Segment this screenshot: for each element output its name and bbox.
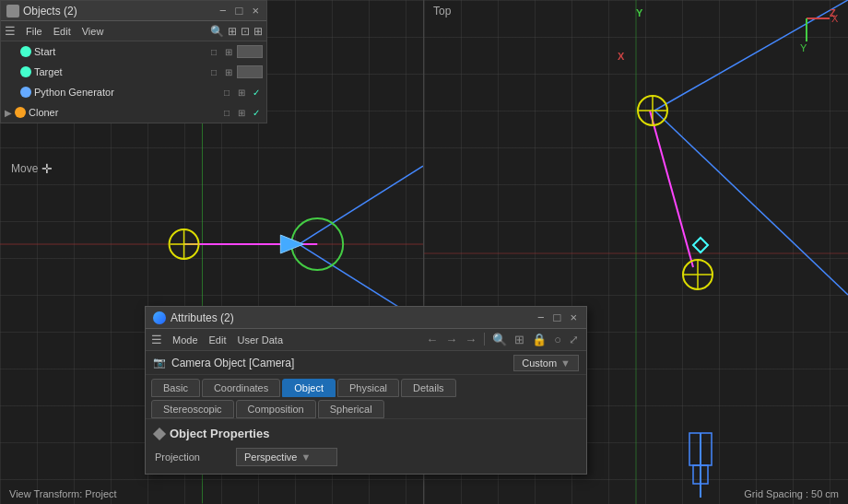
attr-tabs-row2: Stereoscopic Composition Spherical bbox=[146, 397, 586, 419]
projection-row: Projection Perspective ▼ bbox=[155, 448, 577, 466]
attr-obj-name: Camera Object [Camera] bbox=[171, 357, 294, 369]
objects-expand-icon[interactable]: ⊡ bbox=[241, 25, 250, 38]
obj-row-python-generator[interactable]: Python Generator □ ⊞ ✓ bbox=[1, 82, 266, 102]
move-label: Move ✛ bbox=[11, 161, 53, 176]
attr-maximize-btn[interactable]: □ bbox=[552, 311, 563, 324]
attr-tabs-row1: Basic Coordinates Object Physical Detail… bbox=[146, 375, 586, 397]
z-axis-label-right: Z bbox=[830, 7, 836, 18]
attr-object-row: 📷 Camera Object [Camera] Custom ▼ bbox=[146, 351, 586, 375]
projection-dropdown[interactable]: Perspective ▼ bbox=[236, 448, 337, 466]
obj-icon-cl-2: ⊞ bbox=[235, 106, 248, 119]
attr-tab-physical[interactable]: Physical bbox=[337, 379, 399, 397]
objects-menu-file[interactable]: File bbox=[21, 25, 47, 38]
attr-menu-edit[interactable]: Edit bbox=[205, 334, 231, 346]
attr-tab-composition[interactable]: Composition bbox=[236, 400, 316, 418]
objects-search-icon[interactable]: 🔍 bbox=[210, 25, 224, 38]
obj-dot-start bbox=[20, 46, 31, 57]
obj-check-pg: ✓ bbox=[250, 86, 263, 99]
x-axis-label: X bbox=[618, 51, 624, 62]
attr-expand-icon[interactable]: ⤢ bbox=[567, 333, 581, 346]
objects-list: Start □ ⊞ Target □ ⊞ Python Generator bbox=[1, 41, 266, 123]
obj-dot-python-generator bbox=[20, 87, 31, 98]
obj-dot-target bbox=[20, 66, 31, 77]
obj-icon-pg-2: ⊞ bbox=[235, 86, 248, 99]
vp-top-label: Top bbox=[433, 5, 451, 18]
attr-content: Object Properties Projection Perspective… bbox=[146, 419, 586, 474]
obj-row-target[interactable]: Target □ ⊞ bbox=[1, 62, 266, 82]
objects-panel-icon bbox=[6, 5, 19, 18]
attr-tab-spherical[interactable]: Spherical bbox=[318, 400, 384, 418]
objects-menu-hamburger[interactable]: ☰ bbox=[5, 24, 16, 38]
objects-panel-title: Objects (2) bbox=[23, 5, 77, 18]
obj-swatch-start[interactable] bbox=[237, 45, 263, 58]
objects-menu-edit[interactable]: Edit bbox=[49, 25, 76, 38]
obj-props-title-text: Object Properties bbox=[170, 427, 269, 440]
attr-forward2-icon[interactable]: → bbox=[463, 333, 478, 346]
objects-menu-view[interactable]: View bbox=[77, 25, 109, 38]
bottom-status-left: View Transform: Project bbox=[9, 488, 117, 499]
objects-menubar: ☰ File Edit View 🔍 ⊞ ⊡ ⊞ bbox=[1, 21, 266, 41]
attr-search-icon[interactable]: 🔍 bbox=[490, 333, 509, 346]
attr-custom-label: Custom bbox=[522, 357, 557, 369]
attr-custom-dropdown[interactable]: Custom ▼ bbox=[513, 355, 579, 371]
attr-sep-1 bbox=[484, 333, 485, 346]
attributes-panel: Attributes (2) − □ × ☰ Mode Edit User Da… bbox=[145, 306, 587, 475]
attr-tab-basic[interactable]: Basic bbox=[151, 379, 200, 397]
obj-name-cloner: Cloner bbox=[29, 107, 218, 118]
projection-label: Projection bbox=[155, 451, 229, 463]
attr-back-icon[interactable]: ← bbox=[424, 333, 440, 346]
objects-titlebar: Objects (2) − □ × bbox=[1, 1, 266, 21]
obj-icon-pg-1: □ bbox=[220, 86, 233, 99]
attr-tab-object[interactable]: Object bbox=[282, 379, 336, 397]
obj-name-start: Start bbox=[34, 46, 205, 57]
attr-menu-hamburger[interactable]: ☰ bbox=[151, 333, 162, 346]
objects-settings-icon[interactable]: ⊞ bbox=[253, 25, 263, 38]
attr-menu-userdata[interactable]: User Data bbox=[233, 334, 289, 346]
attr-tab-stereoscopic[interactable]: Stereoscopic bbox=[151, 400, 234, 418]
objects-maximize-btn[interactable]: □ bbox=[234, 4, 245, 18]
cloner-expand-arrow[interactable]: ▶ bbox=[5, 108, 12, 118]
obj-icon-start-2: ⊞ bbox=[222, 45, 235, 58]
objects-panel: Objects (2) − □ × ☰ File Edit View 🔍 ⊞ ⊡… bbox=[0, 0, 267, 123]
attr-forward-icon[interactable]: → bbox=[443, 333, 459, 346]
bottom-status-right: Grid Spacing : 50 cm bbox=[744, 488, 839, 499]
obj-icon-start-1: □ bbox=[207, 45, 220, 58]
attr-close-btn[interactable]: × bbox=[568, 311, 579, 324]
attr-menubar: ☰ Mode Edit User Data ← → → 🔍 ⊞ 🔒 ○ ⤢ bbox=[146, 329, 586, 351]
attr-titlebar: Attributes (2) − □ × bbox=[146, 307, 586, 329]
attr-filter-icon[interactable]: ⊞ bbox=[512, 333, 526, 346]
obj-props-diamond-icon bbox=[153, 427, 166, 440]
obj-icon-target-2: ⊞ bbox=[222, 65, 235, 78]
obj-props-title: Object Properties bbox=[155, 427, 577, 440]
obj-swatch-target[interactable] bbox=[237, 65, 263, 78]
attr-obj-prefix: 📷 bbox=[153, 357, 166, 369]
obj-icon-target-1: □ bbox=[207, 65, 220, 78]
objects-close-btn[interactable]: × bbox=[250, 4, 261, 18]
attr-circle-icon[interactable]: ○ bbox=[552, 333, 563, 346]
objects-grid-icon[interactable]: ⊞ bbox=[228, 25, 237, 38]
attr-menu-mode[interactable]: Mode bbox=[168, 334, 203, 346]
obj-icon-cl-1: □ bbox=[220, 106, 233, 119]
obj-name-target: Target bbox=[34, 66, 205, 77]
obj-row-start[interactable]: Start □ ⊞ bbox=[1, 41, 266, 62]
obj-name-python-generator: Python Generator bbox=[34, 87, 218, 98]
obj-row-cloner[interactable]: ▶ Cloner □ ⊞ ✓ bbox=[1, 102, 266, 123]
attr-panel-icon bbox=[153, 311, 166, 324]
attr-panel-title: Attributes (2) bbox=[171, 311, 234, 324]
attr-custom-arrow: ▼ bbox=[560, 357, 571, 369]
objects-minimize-btn[interactable]: − bbox=[218, 4, 229, 18]
projection-value: Perspective bbox=[244, 451, 297, 463]
obj-dot-cloner bbox=[15, 107, 26, 118]
obj-check-cl: ✓ bbox=[250, 106, 263, 119]
attr-tab-coordinates[interactable]: Coordinates bbox=[202, 379, 280, 397]
attr-tab-details[interactable]: Details bbox=[401, 379, 456, 397]
attr-lock-icon[interactable]: 🔒 bbox=[530, 333, 548, 346]
projection-arrow: ▼ bbox=[300, 451, 311, 463]
y-axis-label: Y bbox=[636, 7, 642, 18]
attr-minimize-btn[interactable]: − bbox=[536, 311, 547, 324]
move-icon: ✛ bbox=[41, 161, 53, 176]
